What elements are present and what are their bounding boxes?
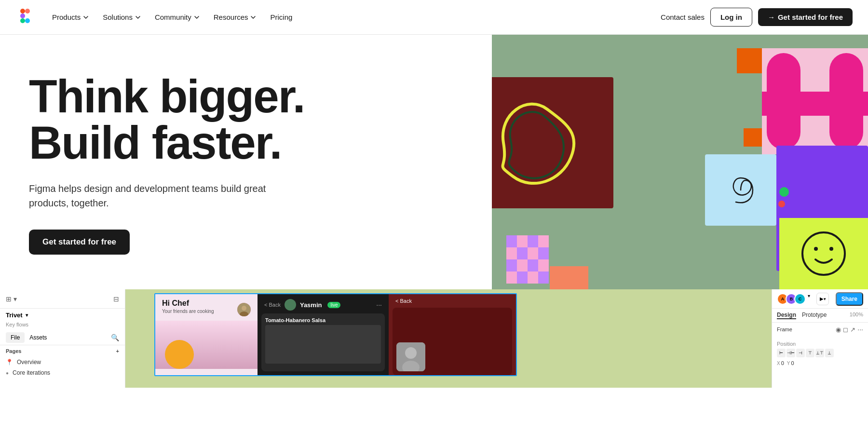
nav-actions: Contact sales Log in → Get started for f… (661, 8, 853, 27)
align-bottom-icon[interactable]: ⊥ (825, 349, 834, 357)
figma-canvas[interactable]: Hi Chef Your friends are cooking (125, 289, 772, 388)
align-center-h-icon[interactable]: ⊣⊢ (787, 349, 795, 357)
right-panel-topbar: A B C ▾ ▶ ▾ Share (772, 289, 868, 309)
hero-left: Think bigger. Build faster. Figma helps … (0, 35, 492, 289)
play-button[interactable]: ▶ ▾ (816, 293, 829, 305)
hero-title: Think bigger. Build faster. (29, 73, 463, 166)
hero-illustration (492, 35, 868, 289)
page-overview[interactable]: 📍 Overview (0, 357, 125, 367)
avatar-dropdown[interactable]: ▾ (808, 293, 810, 305)
align-left-icon[interactable]: ⊢ (777, 349, 786, 357)
nav-solutions[interactable]: Solutions (97, 9, 147, 25)
more-icon[interactable]: ··· (857, 326, 863, 333)
figma-right-panel: A B C ▾ ▶ ▾ Share Design Prototype 100% … (772, 289, 868, 388)
right-panel-tabs: Design Prototype 100% (772, 309, 868, 323)
nav-pricing[interactable]: Pricing (264, 9, 298, 25)
svg-rect-0 (20, 9, 25, 14)
salmon-strip (550, 266, 588, 289)
tab-file[interactable]: File (6, 332, 25, 343)
chevron-down-icon (193, 14, 200, 21)
align-icons: ⊢ ⊣⊢ ⊣ ⊤ ⊥⊤ ⊥ (777, 349, 863, 357)
blob-illustration (492, 85, 600, 201)
hero-cta-button[interactable]: Get started for free (29, 230, 130, 255)
svg-rect-20 (506, 259, 517, 271)
nav-community[interactable]: Community (149, 9, 206, 25)
svg-rect-27 (538, 271, 549, 284)
nav-resources[interactable]: Resources (208, 9, 263, 25)
pages-label: Pages (6, 348, 21, 354)
spiral-illustration (721, 171, 760, 209)
green-dot (779, 187, 789, 197)
avatar-cluster: A B C ▾ (777, 293, 810, 305)
orange-square-1 (737, 48, 762, 73)
frame1-avatar (237, 303, 251, 316)
svg-rect-16 (506, 247, 517, 259)
get-started-button[interactable]: → Get started for free (758, 8, 853, 26)
svg-point-35 (405, 347, 417, 359)
svg-rect-12 (506, 235, 517, 247)
chevron-down-icon (135, 14, 141, 21)
svg-rect-11 (762, 92, 868, 116)
y-position: Y 0 (787, 360, 794, 366)
hero-section: Think bigger. Build faster. Figma helps … (0, 35, 868, 289)
page-iterations[interactable]: ● Core iterations (0, 367, 125, 378)
nav-links: Products Solutions Community Resources P… (46, 9, 661, 25)
contact-sales-link[interactable]: Contact sales (661, 13, 705, 21)
position-section: Position ⊢ ⊣⊢ ⊣ ⊤ ⊥⊤ ⊥ X 0 Y 0 (772, 338, 868, 369)
avatar-3: C (794, 293, 806, 305)
svg-point-32 (242, 306, 246, 311)
tab-prototype[interactable]: Prototype (802, 312, 827, 319)
align-right-icon[interactable]: ⊣ (796, 349, 805, 357)
sidebar-tabs: File Assets 🔍 (0, 330, 125, 345)
svg-rect-24 (506, 271, 517, 284)
live-badge: live (327, 302, 340, 308)
share-button[interactable]: Share (836, 292, 863, 306)
nav-products[interactable]: Products (46, 9, 95, 25)
add-page-button[interactable]: + (116, 348, 119, 354)
align-top-icon[interactable]: ⊤ (806, 349, 814, 357)
effects-icon[interactable]: ◻ (843, 326, 848, 333)
frame-yasmin: < Back Yasmin live ··· Tomato-Habanero S… (258, 294, 389, 375)
svg-rect-23 (538, 259, 549, 271)
svg-rect-25 (517, 271, 528, 284)
figma-logo[interactable] (15, 8, 35, 27)
app-frames-container: Hi Chef Your friends are cooking (154, 293, 517, 376)
login-button[interactable]: Log in (710, 8, 752, 27)
align-center-v-icon[interactable]: ⊥⊤ (815, 349, 824, 357)
svg-rect-15 (538, 235, 549, 247)
expand-icon[interactable]: ⊟ (113, 295, 119, 303)
frame-hi-chef: Hi Chef Your friends are cooking (155, 294, 258, 375)
svg-point-29 (814, 247, 818, 251)
x-position: X 0 (777, 360, 784, 366)
export-icon[interactable]: ↗ (850, 326, 855, 333)
frame2-header: < Back Yasmin live ··· (258, 294, 389, 313)
svg-rect-22 (528, 259, 538, 271)
pages-section-header: Pages + (0, 345, 125, 357)
svg-point-28 (802, 232, 845, 275)
figma-sidebar: ⊞ ▾ ⊟ Trivet ▾ Key flows File Assets 🔍 P… (0, 289, 125, 388)
search-icon[interactable]: 🔍 (111, 334, 119, 341)
frame-label: Frame (777, 326, 792, 332)
svg-point-4 (25, 18, 30, 23)
checkerboard-pattern (506, 235, 549, 284)
svg-rect-3 (20, 18, 25, 23)
light-blue-card (705, 154, 776, 226)
svg-rect-14 (528, 235, 538, 247)
bottom-panel: ⊞ ▾ ⊟ Trivet ▾ Key flows File Assets 🔍 P… (0, 289, 868, 388)
sidebar-project-name[interactable]: Trivet ▾ (0, 309, 125, 322)
more-options-icon[interactable]: ··· (376, 301, 382, 309)
svg-rect-19 (538, 247, 549, 259)
fill-icon[interactable]: ◉ (836, 326, 841, 333)
grid-icon[interactable]: ⊞ ▾ (6, 295, 17, 303)
tab-design[interactable]: Design (777, 312, 796, 319)
tab-assets[interactable]: Assets (25, 332, 52, 343)
frame2-content: Tomato-Habanero Salsa (261, 313, 385, 371)
frame2-avatar (285, 299, 296, 311)
svg-rect-18 (528, 247, 538, 259)
orange-square-2 (744, 128, 762, 147)
smiley-illustration (800, 230, 848, 278)
frame-row: Frame ◉ ◻ ↗ ··· (777, 326, 863, 333)
page-bullet: ● (6, 370, 9, 376)
dark-red-card (492, 77, 613, 208)
svg-rect-21 (517, 259, 528, 271)
